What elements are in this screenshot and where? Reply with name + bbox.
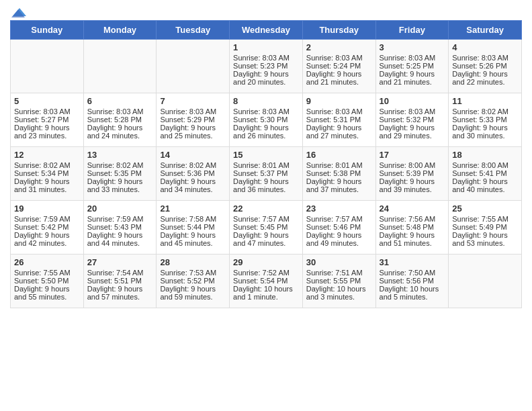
day-info-line: Sunset: 5:30 PM [233,116,299,124]
day-number: 1 [233,42,299,52]
day-info-line: Sunrise: 8:00 AM [380,161,445,169]
day-info-line: Daylight: 9 hours [87,177,153,185]
day-number: 6 [87,96,153,106]
day-info-line: Sunset: 5:39 PM [380,169,445,177]
day-info-line: Sunrise: 8:02 AM [452,107,518,116]
day-info-line: Daylight: 9 hours [14,124,80,132]
day-info-line: and 37 minutes. [306,185,372,193]
calendar-body: 1Sunrise: 8:03 AMSunset: 5:23 PMDaylight… [11,40,522,308]
day-info-line: Daylight: 9 hours [452,70,518,78]
day-info-line: Sunrise: 7:56 AM [380,215,445,223]
day-info-line: Sunset: 5:56 PM [380,277,445,285]
dow-header-sunday: Sunday [11,21,84,40]
day-info-line: Sunset: 5:52 PM [160,277,226,285]
day-info-line: Sunset: 5:26 PM [452,62,518,70]
calendar-cell: 21Sunrise: 7:58 AMSunset: 5:44 PMDayligh… [157,201,230,255]
day-info-line: Sunset: 5:25 PM [380,62,445,70]
calendar-cell: 12Sunrise: 8:02 AMSunset: 5:34 PMDayligh… [11,147,84,201]
day-info-line: Sunrise: 8:03 AM [87,107,153,116]
calendar-container: SundayMondayTuesdayWednesdayThursdayFrid… [0,0,532,318]
calendar-cell: 17Sunrise: 8:00 AMSunset: 5:39 PMDayligh… [375,147,449,201]
calendar-cell: 13Sunrise: 8:02 AMSunset: 5:35 PMDayligh… [83,147,157,201]
day-info-line: Sunset: 5:45 PM [233,223,299,231]
day-info-line: Daylight: 9 hours [452,124,518,132]
day-number: 19 [14,203,80,214]
days-of-week-row: SundayMondayTuesdayWednesdayThursdayFrid… [11,21,522,40]
day-info-line: Sunrise: 8:03 AM [380,54,445,62]
calendar-cell: 24Sunrise: 7:56 AMSunset: 5:48 PMDayligh… [375,201,449,255]
calendar-cell: 18Sunrise: 8:00 AMSunset: 5:41 PMDayligh… [449,147,522,201]
day-number: 10 [380,96,445,106]
day-info-line: and 20 minutes. [233,78,299,86]
day-info-line: Sunset: 5:55 PM [306,277,372,285]
day-number: 22 [233,203,299,214]
calendar-cell: 8Sunrise: 8:03 AMSunset: 5:30 PMDaylight… [230,93,303,147]
day-info-line: Sunrise: 7:52 AM [233,269,299,277]
day-number: 26 [14,257,80,267]
day-info-line: Daylight: 9 hours [233,177,299,185]
calendar-cell: 11Sunrise: 8:02 AMSunset: 5:33 PMDayligh… [449,93,522,147]
day-number: 2 [306,42,372,52]
day-info-line: Sunset: 5:36 PM [160,169,226,177]
day-number: 4 [452,42,518,52]
day-info-line: Daylight: 9 hours [233,124,299,132]
day-info-line: Sunset: 5:35 PM [87,169,153,177]
dow-header-friday: Friday [375,21,449,40]
day-info-line: and 55 minutes. [14,293,80,301]
day-info-line: Sunrise: 7:55 AM [452,215,518,223]
day-info-line: Daylight: 9 hours [14,231,80,239]
day-info-line: Sunset: 5:32 PM [380,116,445,124]
day-info-line: Sunrise: 8:01 AM [233,161,299,169]
dow-header-tuesday: Tuesday [157,21,230,40]
day-info-line: Sunset: 5:33 PM [452,116,518,124]
calendar-cell: 26Sunrise: 7:55 AMSunset: 5:50 PMDayligh… [11,255,84,308]
day-info-line: and 44 minutes. [87,239,153,247]
day-info-line: and 31 minutes. [14,185,80,193]
calendar-cell [157,40,230,93]
day-number: 9 [306,96,372,106]
calendar-cell: 28Sunrise: 7:53 AMSunset: 5:52 PMDayligh… [157,255,230,308]
day-info-line: Daylight: 9 hours [306,177,372,185]
day-info-line: Sunset: 5:42 PM [14,223,80,231]
calendar-cell [11,40,84,93]
day-info-line: Sunset: 5:44 PM [160,223,226,231]
day-info-line: and 3 minutes. [306,293,372,301]
day-number: 17 [380,150,445,160]
day-info-line: Sunrise: 8:03 AM [233,54,299,62]
day-info-line: Daylight: 9 hours [14,285,80,293]
day-info-line: and 24 minutes. [87,132,153,140]
day-info-line: Daylight: 9 hours [380,70,445,78]
day-info-line: and 27 minutes. [306,132,372,140]
header [10,7,522,15]
day-info-line: Daylight: 10 hours [233,285,299,293]
calendar-cell: 10Sunrise: 8:03 AMSunset: 5:32 PMDayligh… [375,93,449,147]
calendar-cell: 6Sunrise: 8:03 AMSunset: 5:28 PMDaylight… [83,93,157,147]
dow-header-thursday: Thursday [302,21,375,40]
dow-header-saturday: Saturday [449,21,522,40]
day-info-line: Sunrise: 8:00 AM [452,161,518,169]
day-number: 29 [233,257,299,267]
day-info-line: and 34 minutes. [160,185,226,193]
week-row-4: 19Sunrise: 7:59 AMSunset: 5:42 PMDayligh… [11,201,522,255]
day-number: 8 [233,96,299,106]
day-info-line: and 51 minutes. [380,239,445,247]
day-info-line: Sunrise: 8:02 AM [87,161,153,169]
day-info-line: Sunset: 5:48 PM [380,223,445,231]
day-info-line: and 42 minutes. [14,239,80,247]
calendar-cell: 25Sunrise: 7:55 AMSunset: 5:49 PMDayligh… [449,201,522,255]
day-info-line: Daylight: 9 hours [380,231,445,239]
day-info-line: Sunset: 5:46 PM [306,223,372,231]
day-info-line: Sunrise: 8:01 AM [306,161,372,169]
day-info-line: Sunrise: 7:55 AM [14,269,80,277]
day-number: 12 [14,150,80,160]
day-info-line: Daylight: 9 hours [160,177,226,185]
day-info-line: and 47 minutes. [233,239,299,247]
day-info-line: Daylight: 9 hours [14,177,80,185]
day-info-line: Sunset: 5:51 PM [87,277,153,285]
day-number: 31 [380,257,445,267]
day-info-line: and 23 minutes. [14,132,80,140]
day-info-line: Daylight: 9 hours [233,231,299,239]
day-info-line: Sunrise: 7:51 AM [306,269,372,277]
day-info-line: and 26 minutes. [233,132,299,140]
day-info-line: Daylight: 9 hours [380,124,445,132]
